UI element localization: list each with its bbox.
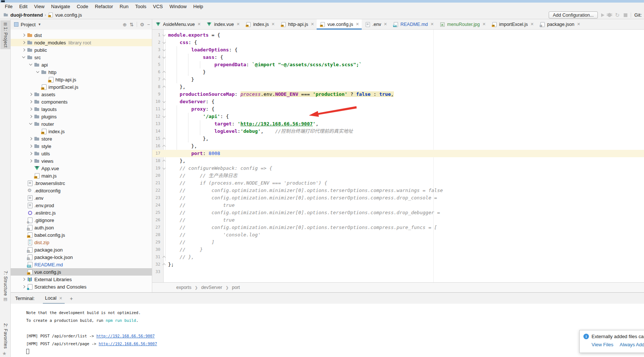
fold-collapse-icon[interactable] (161, 54, 167, 61)
menu-item-help[interactable]: Help (190, 3, 207, 11)
add-configuration-button[interactable]: Add Configuration... (549, 11, 598, 18)
tool-button-project[interactable]: ▦ 1: Project (0, 20, 10, 49)
chevron-right-icon[interactable] (21, 46, 27, 54)
close-tab-icon[interactable]: ✕ (356, 22, 359, 27)
tree-item-.editorconfig[interactable]: .editorconfig (11, 187, 152, 194)
chevron-right-icon[interactable] (28, 135, 34, 142)
breadcrumb-port[interactable]: port (232, 285, 240, 290)
code-line-19[interactable]: 19 // configureWebpack: config => { (152, 165, 644, 172)
tree-item-dist[interactable]: dist (11, 31, 152, 39)
menu-item-edit[interactable]: Edit (16, 3, 31, 11)
code-line-7[interactable]: 7 } (152, 76, 644, 83)
fold-collapse-icon[interactable] (161, 46, 167, 54)
tree-item-dist.zip[interactable]: dist.zip (11, 239, 152, 246)
chevron-right-icon[interactable] (28, 105, 34, 113)
tree-item-app.vue[interactable]: App.vue (11, 165, 152, 172)
tab-package.json[interactable]: {}package.json✕ (536, 19, 583, 29)
tree-item-babel.config.js[interactable]: JSbabel.config.js (11, 231, 152, 239)
tree-item-assets[interactable]: assets (11, 91, 152, 98)
tree-item-components[interactable]: components (11, 98, 152, 105)
code-line-5[interactable]: 5 prependData: `@import "~@/assets/scss/… (152, 61, 644, 68)
code-line-20[interactable]: 20 // // 生产去除日志 (152, 172, 644, 179)
code-line-8[interactable]: 8 }, (152, 83, 644, 91)
code-line-28[interactable]: 28 // 'console.log' (152, 231, 644, 239)
fold-expand-icon[interactable] (161, 83, 167, 91)
tree-item-store[interactable]: store (11, 135, 152, 142)
tree-item-router[interactable]: router (11, 120, 152, 128)
breadcrumb-exports[interactable]: exports (176, 285, 191, 290)
menu-item-vcs[interactable]: VCS (150, 3, 166, 11)
fold-collapse-icon[interactable] (161, 105, 167, 113)
chevron-right-icon[interactable] (28, 98, 34, 105)
favorites-star-icon[interactable]: ★ (2, 351, 7, 356)
chevron-right-icon[interactable] (21, 31, 27, 39)
tree-item-package.json[interactable]: {}package.json (11, 246, 152, 253)
tree-item-node-modules[interactable]: node_moduleslibrary root (11, 39, 152, 46)
fold-expand-icon[interactable] (161, 76, 167, 83)
tree-item-.env.prod[interactable]: .env.prod (11, 202, 152, 209)
code-line-6[interactable]: 6 } (152, 68, 644, 76)
terminal-output[interactable]: Note that the development build is not o… (11, 304, 644, 356)
fold-expand-icon[interactable] (161, 68, 167, 76)
new-terminal-icon[interactable]: + (70, 293, 73, 304)
code-line-14[interactable]: 14 logLevel:'debug', //控制台终端打印代理前的真实地址 (152, 128, 644, 135)
code-line-2[interactable]: 2 css: { (152, 39, 644, 46)
tree-item-.env[interactable]: .env (11, 194, 152, 202)
close-tab-icon[interactable]: ✕ (236, 22, 240, 27)
tree-item-.browserslistrc[interactable]: .browserslistrc (11, 179, 152, 187)
code-line-13[interactable]: 13 target: 'http://192.168.66.56:9007', (152, 120, 644, 128)
fold-collapse-icon[interactable] (161, 98, 167, 105)
tab-menurouter.jpg[interactable]: menuRouter.jpg✕ (436, 19, 488, 29)
tree-item-scratches-and-consoles[interactable]: Scratches and Consoles (11, 283, 152, 290)
tab-index.vue[interactable]: index.vue✕ (203, 19, 242, 29)
terminal-tab-local[interactable]: Local ✕ (43, 293, 65, 304)
tree-item-http-api.js[interactable]: JShttp-api.js (11, 76, 152, 83)
project-panel-title[interactable]: Project (21, 22, 35, 27)
fold-expand-icon[interactable] (161, 157, 167, 165)
tree-item-http[interactable]: http (11, 68, 152, 76)
tree-item-.eslintrc.js[interactable]: .eslintrc.js (11, 209, 152, 216)
fold-collapse-icon[interactable] (161, 39, 167, 46)
close-tab-icon[interactable]: ✕ (531, 22, 534, 27)
fold-expand-icon[interactable] (161, 261, 167, 268)
menu-item-code[interactable]: Code (74, 3, 92, 11)
tree-item-plugins[interactable]: plugins (11, 113, 152, 120)
menu-item-window[interactable]: Window (166, 3, 190, 11)
close-tab-icon[interactable]: ✕ (430, 22, 434, 27)
tree-item-index.js[interactable]: JSindex.js (11, 128, 152, 135)
menu-item-view[interactable]: View (31, 3, 48, 11)
tree-item-package-lock.json[interactable]: {}package-lock.json (11, 253, 152, 261)
tab-vue.config.js[interactable]: JSvue.config.js✕ (317, 19, 362, 29)
debug-icon[interactable] (608, 13, 611, 17)
code-line-30[interactable]: 30 // } (152, 246, 644, 253)
chevron-right-icon[interactable] (28, 150, 34, 157)
menu-item-file[interactable]: File (1, 3, 16, 11)
code-line-22[interactable]: 22 // config.optimization.minimizer[0].o… (152, 187, 644, 194)
tool-button-favorites[interactable]: 2: Favorites (0, 322, 10, 350)
chevron-down-icon[interactable] (35, 68, 41, 76)
tree-item-vue.config.js[interactable]: JSvue.config.js (11, 268, 152, 276)
chevron-right-icon[interactable] (21, 276, 27, 283)
code-line-9[interactable]: 9 productionSourceMap: process.env.NODE_… (152, 91, 644, 98)
chevron-down-icon[interactable]: ▼ (38, 23, 41, 26)
close-tab-icon[interactable]: ✕ (384, 22, 387, 27)
chevron-right-icon[interactable] (28, 157, 34, 165)
tree-item-layouts[interactable]: layouts (11, 105, 152, 113)
menu-item-tools[interactable]: Tools (132, 3, 150, 11)
close-tab-icon[interactable]: ✕ (483, 22, 486, 27)
code-line-25[interactable]: 25 // config.optimization.minimizer[0].o… (152, 209, 644, 216)
run-icon[interactable] (601, 13, 604, 17)
chevron-down-icon[interactable] (21, 54, 27, 61)
chevron-right-icon[interactable] (28, 142, 34, 150)
tree-item-importexcel.js[interactable]: JSimportExcel.js (11, 83, 152, 91)
tab-http-api.js[interactable]: JShttp-api.js✕ (277, 19, 317, 29)
fold-expand-icon[interactable] (161, 135, 167, 142)
code-line-23[interactable]: 23 // config.optimization.minimizer[0].o… (152, 194, 644, 202)
terminal-cursor[interactable] (26, 349, 29, 354)
tree-item-readme.md[interactable]: MDREADME.md (11, 261, 152, 268)
tab-.env[interactable]: .env✕ (362, 19, 390, 29)
code-line-15[interactable]: 15 }, (152, 135, 644, 142)
view-files-link[interactable]: View Files (592, 342, 613, 347)
menu-item-navigate[interactable]: Navigate (48, 3, 73, 11)
tool-button-structure[interactable]: 7: Structure ▤ (0, 269, 10, 303)
